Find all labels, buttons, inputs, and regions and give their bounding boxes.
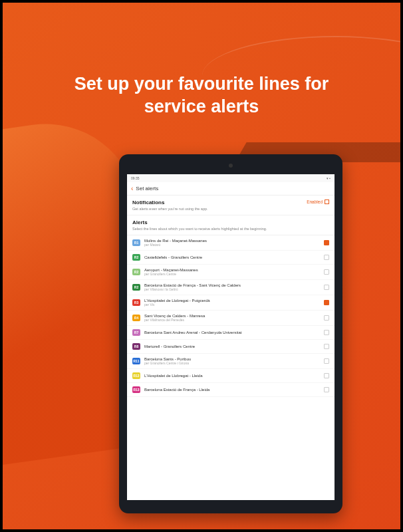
notifications-subtitle: Get alerts even when you're not using th… (132, 207, 208, 211)
line-checkbox[interactable] (324, 344, 329, 349)
line-text: Sant Vicenç de Calders - Manresaper Vila… (144, 314, 324, 322)
line-subtitle: per Vilafranca del Penedès (144, 318, 324, 322)
line-text: Barcelona Sants - Portbouper Granollers … (144, 357, 324, 365)
line-checkbox[interactable] (324, 300, 329, 305)
line-text: Martorell - Granollers Centre (144, 344, 324, 348)
notifications-toggle[interactable]: Enabled (307, 200, 329, 204)
line-checkbox[interactable] (324, 255, 329, 260)
line-text: L'Hospitalet de Llobregat - Puigcerdàper… (144, 299, 324, 307)
tablet-camera (229, 164, 233, 168)
line-subtitle: per Granollers Centre i Girona (144, 361, 324, 365)
line-title: Castelldefels - Granollers Centre (144, 255, 324, 259)
line-subtitle: per Granollers Centre (144, 272, 324, 276)
alerts-subtitle: Select the lines about which you want to… (132, 227, 329, 231)
line-item[interactable]: R7Barcelona Sant Andreu Arenal - Cerdany… (127, 326, 335, 340)
line-checkbox[interactable] (324, 285, 329, 290)
status-icons: ▾ ▪ (327, 176, 331, 180)
line-item[interactable]: R1Molins de Rei - Maçanet-Massanesper Ma… (127, 235, 335, 251)
line-item[interactable]: R4Sant Vicenç de Calders - Manresaper Vi… (127, 311, 335, 326)
line-item[interactable]: R2Aeroport - Maçanet-Massanesper Granoll… (127, 265, 335, 280)
line-text: Barcelona Sant Andreu Arenal - Cerdanyol… (144, 331, 324, 334)
line-badge: R11 (132, 358, 140, 364)
app-bar: ‹ Set alerts (127, 182, 335, 196)
tablet-frame: 09:35 ▾ ▪ ‹ Set alerts Notifications Get… (119, 154, 342, 513)
line-badge: R2 (132, 254, 140, 261)
line-text: Castelldefels - Granollers Centre (144, 255, 324, 259)
line-checkbox[interactable] (324, 240, 329, 245)
line-badge: R2 (132, 284, 140, 291)
headline: Set up your favourite lines for service … (3, 73, 400, 118)
line-text: Molins de Rei - Maçanet-Massanesper Mata… (144, 239, 324, 247)
line-badge: R1 (132, 239, 140, 246)
line-badge: R3 (132, 299, 140, 306)
notifications-section: Notifications Get alerts even when you'r… (127, 196, 335, 215)
line-badge: R12 (132, 372, 140, 379)
line-badge: R2 (132, 269, 140, 275)
line-badge: R7 (132, 329, 140, 336)
line-checkbox[interactable] (324, 269, 329, 275)
line-item[interactable]: R11Barcelona Sants - Portbouper Granolle… (127, 354, 335, 369)
line-text: Barcelona Estació de França - Lleida (144, 388, 324, 392)
line-item[interactable]: R2Barcelona Estació de França - Sant Vic… (127, 280, 335, 295)
line-text: Barcelona Estació de França - Sant Vicen… (144, 283, 324, 291)
line-checkbox[interactable] (324, 387, 329, 392)
line-badge: R13 (132, 386, 140, 393)
line-checkbox[interactable] (324, 315, 329, 321)
line-subtitle: per Vic (144, 303, 324, 307)
enabled-label: Enabled (307, 200, 323, 204)
line-text: L'Hospitalet de Llobregat - Lleida (144, 374, 324, 378)
app-screen: 09:35 ▾ ▪ ‹ Set alerts Notifications Get… (127, 174, 335, 500)
line-badge: R8 (132, 343, 140, 350)
checkbox-icon (325, 200, 329, 204)
line-item[interactable]: R2Castelldefels - Granollers Centre (127, 251, 335, 265)
line-subtitle: per Vilanova i la Geltrú (144, 287, 324, 291)
notifications-heading: Notifications (132, 200, 208, 205)
line-title: Barcelona Sant Andreu Arenal - Cerdanyol… (144, 331, 324, 334)
line-subtitle: per Mataró (144, 243, 324, 247)
line-checkbox[interactable] (324, 373, 329, 378)
line-title: L'Hospitalet de Llobregat - Lleida (144, 374, 324, 378)
alerts-heading: Alerts (132, 219, 329, 225)
line-text: Aeroport - Maçanet-Massanesper Granoller… (144, 268, 324, 276)
line-title: Martorell - Granollers Centre (144, 344, 324, 348)
line-item[interactable]: R8Martorell - Granollers Centre (127, 340, 335, 354)
status-time: 09:35 (131, 176, 140, 180)
promo-card: Set up your favourite lines for service … (3, 3, 400, 529)
alerts-section-header: Alerts Select the lines about which you … (127, 215, 335, 235)
line-checkbox[interactable] (324, 330, 329, 335)
line-checkbox[interactable] (324, 358, 329, 364)
line-item[interactable]: R12L'Hospitalet de Llobregat - Lleida (127, 369, 335, 383)
status-bar: 09:35 ▾ ▪ (127, 174, 335, 182)
line-item[interactable]: R3L'Hospitalet de Llobregat - Puigcerdàp… (127, 295, 335, 311)
line-title: Barcelona Estació de França - Lleida (144, 388, 324, 392)
line-badge: R4 (132, 315, 140, 321)
line-item[interactable]: R13Barcelona Estació de França - Lleida (127, 383, 335, 397)
lines-list[interactable]: R1Molins de Rei - Maçanet-Massanesper Ma… (127, 235, 335, 397)
appbar-title: Set alerts (136, 186, 158, 192)
back-icon[interactable]: ‹ (131, 186, 133, 192)
